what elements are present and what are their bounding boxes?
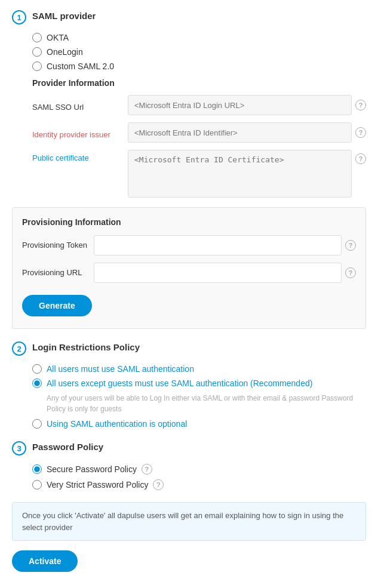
radio-all-users-saml-label: All users must use SAML authentication (47, 364, 194, 374)
provisioning-box: Provisioning Information Provisioning To… (12, 207, 366, 329)
radio-secure-password-input[interactable] (32, 464, 42, 474)
section-password-policy: 3 Password Policy Secure Password Policy… (12, 441, 366, 490)
saml-sso-row: SAML SSO Url ? (32, 95, 366, 115)
radio-onelogin[interactable]: OneLogin (32, 47, 366, 57)
section-saml-provider: 1 SAML provider OKTA OneLogin Custom SAM… (12, 10, 366, 329)
provisioning-token-label: Provisioning Token (22, 240, 94, 251)
very-strict-password-help-icon[interactable]: ? (153, 479, 164, 490)
step3-circle: 3 (12, 441, 26, 455)
activate-button[interactable]: Activate (12, 550, 78, 572)
radio-okta[interactable]: OKTA (32, 33, 366, 42)
public-cert-label: Public certificate (32, 150, 128, 162)
radio-very-strict-password[interactable]: Very Strict Password Policy ? (32, 479, 366, 490)
section1-title: SAML provider (32, 10, 96, 21)
provisioning-token-input[interactable] (94, 235, 342, 255)
provisioning-url-help-icon[interactable]: ? (345, 267, 356, 278)
radio-optional-saml-label: Using SAML authentication is optional (47, 419, 187, 429)
identity-provider-label: Identity provider issuer (32, 127, 128, 139)
section2-title: Login Restrictions Policy (32, 341, 140, 352)
radio-okta-input[interactable] (32, 33, 42, 42)
radio-onelogin-input[interactable] (32, 47, 42, 57)
radio-optional-saml-input[interactable] (32, 419, 42, 429)
public-cert-help-icon[interactable]: ? (355, 153, 366, 164)
radio-very-strict-password-input[interactable] (32, 480, 42, 490)
saml-sso-label: SAML SSO Url (32, 99, 128, 112)
provisioning-title: Provisioning Information (22, 217, 356, 227)
radio-optional-saml[interactable]: Using SAML authentication is optional (32, 419, 366, 429)
public-cert-row: Public certificate ? (32, 150, 366, 198)
provisioning-url-label: Provisioning URL (22, 267, 94, 278)
radio-all-except-guests-label: All users except guests must use SAML au… (47, 378, 312, 388)
section3-title: Password Policy (32, 441, 103, 452)
provisioning-url-input[interactable] (94, 263, 342, 283)
identity-provider-help-icon[interactable]: ? (355, 127, 366, 138)
saml-sso-input[interactable] (128, 95, 352, 115)
section-login-restrictions: 2 Login Restrictions Policy All users mu… (12, 341, 366, 429)
page-container: 1 SAML provider OKTA OneLogin Custom SAM… (0, 0, 378, 581)
radio-all-except-guests-input[interactable] (32, 378, 42, 388)
secure-password-help-icon[interactable]: ? (142, 464, 152, 475)
radio-very-strict-password-label: Very Strict Password Policy (47, 480, 148, 490)
section3-header: 3 Password Policy (12, 441, 366, 455)
radio-secure-password-label: Secure Password Policy (47, 464, 137, 474)
provider-info-block: Provider Information SAML SSO Url ? Iden… (32, 78, 366, 198)
generate-button[interactable]: Generate (22, 295, 92, 316)
radio-all-users-saml-input[interactable] (32, 364, 42, 374)
provider-info-title: Provider Information (32, 78, 366, 88)
identity-provider-row: Identity provider issuer ? (32, 122, 366, 143)
step2-circle: 2 (12, 341, 26, 356)
public-cert-input-wrap: ? (128, 150, 366, 198)
provisioning-token-help-icon[interactable]: ? (345, 240, 356, 251)
section2-header: 2 Login Restrictions Policy (12, 341, 366, 356)
provisioning-token-row: Provisioning Token ? (22, 235, 356, 255)
radio-all-except-guests[interactable]: All users except guests must use SAML au… (32, 378, 366, 388)
radio-onelogin-label: OneLogin (47, 47, 83, 57)
radio-custom-saml-label: Custom SAML 2.0 (47, 61, 114, 71)
all-except-guests-description: Any of your users will be able to Log In… (47, 393, 357, 414)
section1-header: 1 SAML provider (12, 10, 366, 24)
saml-sso-input-wrap: ? (128, 95, 366, 115)
public-cert-textarea[interactable] (128, 150, 352, 198)
saml-sso-help-icon[interactable]: ? (355, 100, 366, 110)
radio-custom-saml-input[interactable] (32, 61, 42, 71)
provisioning-token-input-wrap: ? (94, 235, 356, 255)
radio-all-users-saml[interactable]: All users must use SAML authentication (32, 364, 366, 374)
radio-secure-password[interactable]: Secure Password Policy ? (32, 464, 366, 475)
identity-provider-input[interactable] (128, 122, 352, 143)
radio-custom-saml[interactable]: Custom SAML 2.0 (32, 61, 366, 71)
saml-provider-radio-group: OKTA OneLogin Custom SAML 2.0 (32, 33, 366, 71)
login-restrictions-radio-group: All users must use SAML authentication A… (32, 364, 366, 429)
notice-box: Once you click 'Activate' all dapulse us… (12, 502, 366, 541)
provisioning-url-row: Provisioning URL ? (22, 263, 356, 283)
radio-okta-label: OKTA (47, 33, 69, 42)
provisioning-url-input-wrap: ? (94, 263, 356, 283)
password-policy-radio-group: Secure Password Policy ? Very Strict Pas… (32, 464, 366, 490)
step1-circle: 1 (12, 10, 26, 24)
identity-provider-input-wrap: ? (128, 122, 366, 143)
